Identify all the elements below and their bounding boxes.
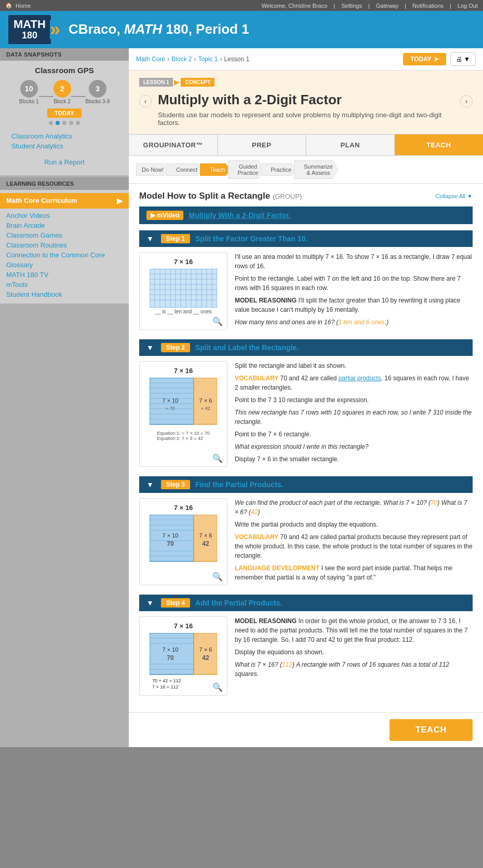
svg-text:7 × 10: 7 × 10	[163, 397, 179, 404]
svg-text:7 × 6: 7 × 6	[199, 397, 212, 404]
lesson-title: Multiply with a 2-Digit Factor	[158, 92, 454, 108]
sidebar: DATA SNAPSHOTS Classroom GPS 10 Blocks 1…	[0, 48, 129, 747]
step-2-image: 7 × 16 7 × 10 7 × 6 = 70 = 42	[139, 361, 227, 467]
run-report-link[interactable]: Run a Report	[44, 158, 84, 166]
step-3-magnify-icon[interactable]: 🔍	[212, 572, 223, 582]
step-2-p1: Split the rectangle and label it as show…	[235, 361, 473, 370]
step-3-toggle[interactable]: ▼	[146, 480, 154, 489]
mvideo-title[interactable]: Multiply With a 2-Digit Factor.	[189, 211, 290, 219]
svg-rect-0	[150, 269, 217, 308]
lr-connection-common-core[interactable]: Connection to the Common Core	[6, 250, 123, 260]
gps-dot-3	[62, 121, 66, 125]
gps-line-1	[39, 96, 53, 97]
learning-resources-title: LEARNING RESOURCES	[0, 177, 129, 190]
step-2-title: Split and Label the Rectangle.	[195, 343, 299, 352]
step-1-p2: Point to the rectangle. Label with 7 on …	[235, 274, 473, 293]
step-3-block: ▼ Step 3 Find the Partial Products. 7 × …	[139, 476, 473, 585]
logout-link[interactable]: Log Out	[458, 3, 478, 9]
step-3-badge: Step 3	[161, 480, 190, 489]
step-1-content: 7 × 16	[139, 252, 473, 330]
gps-circle-3: 3	[89, 80, 106, 98]
subtab-guided-btn[interactable]: GuidedPractice	[228, 160, 264, 179]
logo-math: MATH	[14, 18, 46, 31]
gps-block-label-3: Blocks 3-9	[86, 99, 110, 104]
subtab-donow-btn[interactable]: Do Now!	[136, 163, 169, 176]
subtab-connect-btn[interactable]: Connect	[166, 163, 203, 176]
lr-classroom-games[interactable]: Classroom Games	[6, 230, 123, 240]
teach-bottom-button[interactable]: TEACH	[390, 719, 473, 741]
step-3-p2: Write the partial products and display t…	[235, 520, 473, 529]
gateway-link[interactable]: Gateway	[376, 3, 398, 9]
topbar-right: Welcome, Christine Braco | Settings | Ga…	[261, 3, 478, 9]
gps-blocks: 10 Blocks 1 2 Block 2 3 Blocks 3-9	[5, 80, 124, 104]
classroom-analytics-link[interactable]: Classroom Analytics	[11, 131, 117, 141]
breadcrumb-bar: Math Core › Block 2 › Topic 1 › Lesson 1…	[129, 48, 483, 71]
gps-dots	[5, 121, 124, 125]
lesson-subtitle: Students use bar models to represent and…	[158, 111, 454, 127]
lr-mtools[interactable]: mTools	[6, 280, 123, 290]
step-4-p2: Display the equations as shown.	[235, 647, 473, 657]
main-tabs: GROUPINATOR™ PREP PLAN TEACH	[129, 134, 483, 156]
lesson-header: LESSON 1 ▶ CONCEPT ‹ Multiply with a 2-D…	[129, 71, 483, 134]
step-2-p2: VOCABULARY 70 and 42 are called partial …	[235, 374, 473, 392]
step-2-p5: Point to the 7 × 6 rectangle.	[235, 430, 473, 439]
step-2-p3: Point to the 7 3 10 rectangle and the ex…	[235, 395, 473, 405]
student-analytics-link[interactable]: Student Analytics	[11, 141, 117, 151]
step-4-badge: Step 4	[161, 598, 190, 608]
breadcrumb-topic[interactable]: Topic 1	[198, 56, 218, 63]
step-4-diagram-title: 7 × 16	[174, 622, 193, 630]
subtab-practice-btn[interactable]: Practice	[261, 163, 297, 176]
topbar-separator3: |	[405, 3, 406, 9]
subtab-summarize-btn[interactable]: Summarize& Assess	[294, 160, 339, 179]
lr-classroom-routines[interactable]: Classroom Routines	[6, 240, 123, 250]
svg-text:7 × 6: 7 × 6	[199, 532, 212, 539]
lesson-prev-button[interactable]: ‹	[139, 95, 152, 107]
subtab-guided: GuidedPractice	[231, 160, 264, 179]
content-body: Model How to Split a Rectangle (GROUP) C…	[129, 184, 483, 712]
step-1-toggle[interactable]: ▼	[146, 235, 154, 243]
gps-circle-1: 10	[20, 80, 38, 98]
analytics-links: Classroom Analytics Student Analytics	[5, 128, 124, 154]
gps-block-3: 3 Blocks 3-9	[86, 80, 110, 104]
active-resource[interactable]: Math Core Curriculum ▶	[0, 193, 129, 209]
step-3-p1: We can find the product of each part of …	[235, 498, 473, 517]
step-4-magnify-icon[interactable]: 🔍	[212, 682, 223, 692]
step-1-image: 7 × 16	[139, 252, 227, 330]
step-1-magnify-icon[interactable]: 🔍	[212, 316, 223, 326]
lr-anchor-videos[interactable]: Anchor Videos	[6, 211, 123, 221]
step-2-magnify-icon[interactable]: 🔍	[212, 453, 223, 463]
mvideo-play-button[interactable]: ▶ mVideo	[146, 211, 183, 220]
step-3-diagram-svg: 7 × 10 7 × 6 70 42	[150, 515, 217, 567]
today-button[interactable]: TODAY ➤	[403, 53, 446, 65]
subtab-teach-btn[interactable]: Teach	[200, 163, 231, 176]
gps-dot-2	[56, 121, 60, 125]
breadcrumb-mathcore[interactable]: Math Core	[136, 56, 165, 63]
content-area: Math Core › Block 2 › Topic 1 › Lesson 1…	[129, 48, 483, 747]
lr-student-handbook[interactable]: Student Handbook	[6, 290, 123, 299]
tag-arrow: ▶	[174, 78, 180, 86]
lr-math180tv[interactable]: MATH 180 TV	[6, 270, 123, 280]
print-button[interactable]: 🖨 ▼	[450, 52, 476, 66]
settings-link[interactable]: Settings	[341, 3, 362, 9]
lr-brain-arcade[interactable]: Brain Arcade	[6, 221, 123, 230]
tab-plan[interactable]: PLAN	[306, 134, 395, 155]
step-2-toggle[interactable]: ▼	[146, 343, 154, 352]
step-4-toggle[interactable]: ▼	[146, 599, 154, 607]
step-3-image: 7 × 16 7 × 10 7 × 6 70 42	[139, 498, 227, 585]
home-link[interactable]: Home	[16, 3, 31, 9]
lr-glossary[interactable]: Glossary	[6, 260, 123, 270]
tab-prep[interactable]: PREP	[218, 134, 306, 155]
tab-groupinator[interactable]: GROUPINATOR™	[129, 134, 218, 155]
app-title: CBraco, MATH 180, Period 1	[69, 21, 249, 37]
step-2-content: 7 × 16 7 × 10 7 × 6 = 70 = 42	[139, 361, 473, 467]
gps-block-label-2: Block 2	[53, 99, 71, 104]
breadcrumb-block[interactable]: Block 2	[171, 56, 192, 63]
breadcrumb-sep1: ›	[167, 56, 169, 63]
collapse-all-button[interactable]: Collapse All ▼	[436, 193, 473, 199]
tab-teach[interactable]: TEACH	[395, 134, 484, 155]
subtab-connect: Connect	[169, 163, 203, 176]
notifications-link[interactable]: Notifications	[412, 3, 444, 9]
topbar-separator2: |	[368, 3, 370, 9]
svg-rect-49	[194, 633, 217, 674]
lesson-next-button[interactable]: ›	[460, 95, 473, 107]
